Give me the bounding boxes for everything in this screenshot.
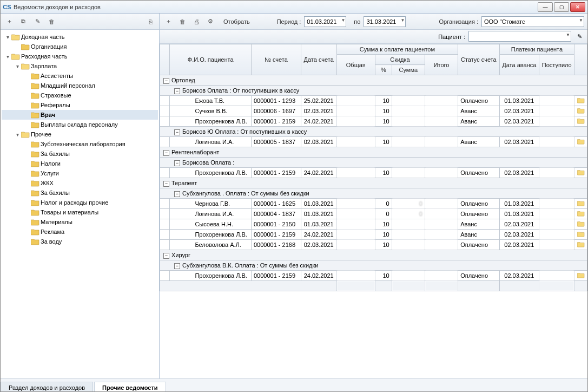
row-action-icon[interactable] [574,240,587,250]
table-row[interactable]: Ежова Т.В.0000001 - 129325.02.202110Опла… [160,96,587,106]
expand-toggle[interactable]: · [23,93,31,99]
table-row[interactable]: Прохоренкова Л.В.0000001 - 215924.02.202… [160,230,587,240]
period-from-input[interactable]: 01.03.2021 [304,16,346,27]
row-action-icon[interactable] [574,230,587,240]
row-action-icon[interactable] [574,209,587,219]
row-action-icon[interactable] [574,106,587,116]
tree-node[interactable]: ·Товары и материалы [2,207,158,217]
tree-node[interactable]: ·За бахилы [2,149,158,159]
expand-toggle[interactable]: · [23,219,31,225]
tree-node[interactable]: ·Материалы [2,217,158,227]
collapse-toggle[interactable]: − [174,191,180,197]
table-row[interactable]: Прохоренкова Л.В.0000001 - 215924.02.202… [160,168,587,178]
org-select[interactable]: ООО "Стоматс [481,16,584,27]
tree-node[interactable]: ·Налог и расходы прочие [2,198,158,207]
col-date[interactable]: Дата счета [301,44,336,75]
expand-toggle[interactable]: · [23,180,31,186]
expand-toggle[interactable]: · [23,171,31,177]
row-action-icon[interactable] [574,199,587,209]
collapse-toggle[interactable]: − [163,181,169,187]
period-to-input[interactable]: 31.03.2021 [364,16,406,27]
row-action-icon[interactable] [574,219,587,230]
tree-node[interactable]: ·ЖКХ [2,178,158,188]
table-row[interactable]: Логинова И.А.0000004 - 183701.03.202100О… [160,209,587,219]
expand-toggle[interactable]: · [23,151,31,157]
collapse-toggle[interactable]: − [163,253,169,259]
tree-node[interactable]: ·Услуги [2,168,158,178]
table-row[interactable]: Чернова Г.В.0000001 - 162501.03.202100Оп… [160,199,587,209]
print-icon[interactable]: 🖨 [191,16,202,27]
table-row[interactable]: Сысоева Н.Н.0000001 - 215001.03.202110Ав… [160,219,587,230]
close-button[interactable]: ✕ [570,2,585,12]
col-sum-group[interactable]: Сумма к оплате пациентом [336,44,458,55]
col-disc-sum[interactable]: Сумма [392,65,425,75]
collapse-toggle[interactable]: − [163,150,169,156]
tree-node[interactable]: ·Реклама [2,227,158,237]
expand-toggle[interactable]: ▾ [14,132,21,138]
table-row[interactable]: Прохоренкова Л.В.0000001 - 215924.02.202… [160,271,587,281]
tab-sections[interactable]: Раздел доходов и расходов [1,382,93,392]
maximize-button[interactable]: ▢ [554,2,569,12]
col-itogo[interactable]: Итого [425,55,458,75]
expand-toggle[interactable]: · [23,239,31,245]
expand-toggle[interactable]: ▾ [4,34,11,40]
row-action-icon[interactable] [574,96,587,106]
add-icon[interactable]: ＋ [4,16,15,27]
copy-icon[interactable]: ⎘ [145,16,156,27]
group-row[interactable]: ▶−Терапевт [160,178,587,188]
group-row[interactable]: −Борисов Ю Оплата : От поступивших в кас… [160,127,587,137]
tree-node[interactable]: ·Рефералы [2,100,158,110]
expand-toggle[interactable]: ▾ [14,63,21,69]
table-row[interactable]: Беловолова А.Л.0000001 - 216802.03.20211… [160,240,587,250]
collapse-toggle[interactable]: − [174,263,180,269]
edit-patient-icon[interactable]: ✎ [574,32,584,42]
collapse-toggle[interactable]: − [174,88,180,94]
tree-node[interactable]: ·За бахилы [2,188,158,198]
collapse-toggle[interactable]: − [174,160,180,166]
expand-toggle[interactable]: · [23,83,31,89]
tree-node[interactable]: ·Ассистенты [2,71,158,81]
tree-node[interactable]: ·Младший персонал [2,81,158,90]
add-child-icon[interactable]: ⧉ [18,16,29,27]
col-total[interactable]: Общая [336,55,375,75]
tree-node[interactable]: ·Налоги [2,159,158,168]
table-row[interactable]: Логинова И.А.0000005 - 183702.03.202110А… [160,137,587,147]
category-tree[interactable]: ▾Доходная часть·Организация▾Расходная ча… [1,30,159,378]
tree-node[interactable]: ·Зуботехническая лаборатория [2,139,158,149]
delete-row-icon[interactable]: 🗑 [177,16,188,27]
row-action-icon[interactable] [574,137,587,147]
filter-button[interactable]: Отобрать [223,18,250,25]
col-received[interactable]: Поступило [539,55,574,75]
settings-icon[interactable]: ⚙ [205,16,216,27]
expand-toggle[interactable]: ▾ [4,54,11,60]
tree-node[interactable]: ·Страховые [2,90,158,100]
tab-other[interactable]: Прочие ведомости [94,382,166,392]
expand-toggle[interactable]: · [23,200,31,206]
table-row[interactable]: Прохоренкова Л.В.0000001 - 215924.02.202… [160,116,587,127]
edit-icon[interactable]: ✎ [32,16,43,27]
col-fio[interactable]: Ф.И.О. пациента [170,44,252,75]
col-disc-group[interactable]: Скидка [375,55,425,65]
expand-toggle[interactable]: · [23,190,31,196]
collapse-toggle[interactable]: − [174,129,180,135]
tree-node[interactable]: ·Врач [2,110,158,120]
expand-toggle[interactable]: · [23,112,31,118]
expand-toggle[interactable]: · [23,141,31,147]
table-row[interactable]: Сучков В.В.0000006 - 169702.03.202110Ава… [160,106,587,116]
patient-select[interactable] [468,31,571,42]
tree-node[interactable]: ▾Зарплата [2,61,158,71]
tree-node[interactable]: ▾Расходная часть [2,51,158,61]
group-row[interactable]: −Борисова Оплата : [160,158,587,168]
col-account[interactable]: № счета [251,44,301,75]
data-grid[interactable]: Ф.И.О. пациента № счета Дата счета Сумма… [160,44,587,378]
group-row[interactable]: −Хирург [160,250,587,260]
tree-node[interactable]: ▾Доходная часть [2,32,158,42]
group-row[interactable]: −Борисов Оплата : От поступивших в кассу [160,86,587,96]
group-row[interactable]: −Субхангулова . Оплата : От суммы без ск… [160,188,587,199]
tree-node[interactable]: ▾Прочее [2,129,158,139]
row-action-icon[interactable] [574,168,587,178]
collapse-toggle[interactable]: − [163,78,169,84]
expand-toggle[interactable]: · [14,44,21,50]
minimize-button[interactable]: — [538,2,553,12]
col-avans-date[interactable]: Дата аванса [499,55,539,75]
